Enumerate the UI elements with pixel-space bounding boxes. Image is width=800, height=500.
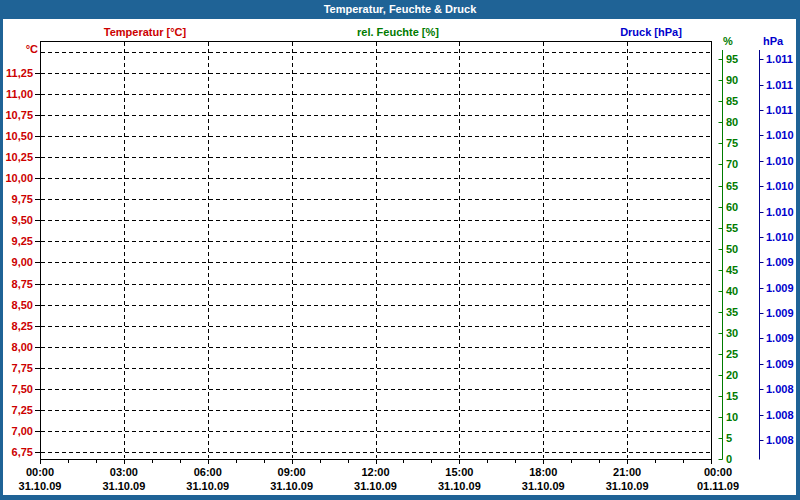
svg-text:31.10.09: 31.10.09 (354, 480, 397, 492)
svg-text:21:00: 21:00 (613, 466, 641, 478)
svg-text:06:00: 06:00 (194, 466, 222, 478)
svg-text:85: 85 (726, 95, 738, 107)
svg-text:10,00: 10,00 (5, 172, 33, 184)
svg-text:80: 80 (726, 116, 738, 128)
svg-text:60: 60 (726, 201, 738, 213)
svg-text:00:00: 00:00 (704, 466, 732, 478)
svg-text:1.011: 1.011 (766, 53, 793, 65)
pressure-axis: 1.0111.0111.0111.0101.0101.0101.0101.010… (760, 50, 794, 460)
svg-text:65: 65 (726, 180, 738, 192)
svg-text:9,00: 9,00 (12, 256, 33, 268)
svg-text:31.10.09: 31.10.09 (606, 480, 649, 492)
x-axis: 00:0031.10.0903:0031.10.0906:0031.10.090… (19, 459, 740, 492)
svg-text:95: 95 (726, 53, 738, 65)
h-gridlines (41, 53, 710, 453)
svg-text:25: 25 (726, 348, 738, 360)
svg-text:12:00: 12:00 (361, 466, 389, 478)
window-border-bottom (0, 495, 800, 500)
temperature-axis: 11,2511,0010,7510,5010,2510,009,759,509,… (5, 67, 40, 458)
svg-text:1.008: 1.008 (766, 434, 794, 446)
svg-text:9,50: 9,50 (12, 214, 33, 226)
svg-text:20: 20 (726, 369, 738, 381)
chart-canvas: 11,2511,0010,7510,5010,2510,009,759,509,… (0, 0, 800, 500)
svg-text:15:00: 15:00 (445, 466, 473, 478)
svg-text:1.009: 1.009 (766, 307, 794, 319)
svg-text:00:00: 00:00 (26, 466, 54, 478)
svg-text:09:00: 09:00 (278, 466, 306, 478)
svg-text:70: 70 (726, 158, 738, 170)
svg-text:8,50: 8,50 (12, 299, 33, 311)
svg-text:40: 40 (726, 285, 738, 297)
svg-text:31.10.09: 31.10.09 (270, 480, 313, 492)
svg-text:50: 50 (726, 243, 738, 255)
svg-text:1.009: 1.009 (766, 256, 794, 268)
window-border-left (0, 19, 3, 500)
svg-text:5: 5 (726, 432, 732, 444)
svg-text:01.11.09: 01.11.09 (697, 480, 739, 492)
svg-text:1.010: 1.010 (766, 129, 794, 141)
svg-text:30: 30 (726, 327, 738, 339)
svg-text:31.10.09: 31.10.09 (438, 480, 481, 492)
svg-text:1.010: 1.010 (766, 231, 794, 243)
svg-text:90: 90 (726, 74, 738, 86)
svg-text:7,50: 7,50 (12, 383, 33, 395)
svg-text:10,25: 10,25 (5, 151, 33, 163)
svg-text:31.10.09: 31.10.09 (186, 480, 229, 492)
svg-text:8,25: 8,25 (12, 320, 33, 332)
svg-text:10: 10 (726, 411, 738, 423)
svg-text:31.10.09: 31.10.09 (19, 480, 62, 492)
svg-text:1.009: 1.009 (766, 282, 794, 294)
svg-text:75: 75 (726, 137, 738, 149)
svg-text:1.010: 1.010 (766, 180, 794, 192)
plot-frame (41, 42, 712, 460)
svg-text:8,75: 8,75 (12, 278, 33, 290)
svg-text:1.010: 1.010 (766, 206, 794, 218)
humidity-axis: 95908580757065605550454035302520151050 (719, 50, 739, 465)
svg-text:1.010: 1.010 (766, 155, 794, 167)
svg-text:1.009: 1.009 (766, 358, 794, 370)
svg-text:7,00: 7,00 (12, 425, 33, 437)
svg-text:1.009: 1.009 (766, 332, 794, 344)
svg-text:1.008: 1.008 (766, 383, 794, 395)
svg-text:18:00: 18:00 (529, 466, 557, 478)
svg-text:7,75: 7,75 (12, 362, 33, 374)
svg-text:9,25: 9,25 (12, 235, 33, 247)
svg-text:11,25: 11,25 (6, 67, 33, 79)
svg-text:1.008: 1.008 (766, 409, 794, 421)
svg-text:03:00: 03:00 (110, 466, 138, 478)
svg-text:31.10.09: 31.10.09 (102, 480, 145, 492)
svg-text:7,25: 7,25 (12, 404, 33, 416)
svg-text:10,75: 10,75 (5, 109, 33, 121)
svg-text:11,00: 11,00 (6, 88, 33, 100)
svg-text:35: 35 (726, 306, 738, 318)
svg-text:6,75: 6,75 (12, 446, 33, 458)
chart-window: Temperatur, Feuchte & Druck Temperatur [… (0, 0, 800, 500)
svg-text:9,75: 9,75 (12, 193, 33, 205)
svg-text:1.011: 1.011 (766, 104, 793, 116)
svg-text:55: 55 (726, 222, 738, 234)
svg-text:15: 15 (726, 390, 738, 402)
v-gridlines (125, 42, 628, 458)
svg-text:45: 45 (726, 264, 738, 276)
window-border-right (796, 19, 800, 500)
svg-text:0: 0 (726, 453, 732, 465)
svg-text:1.011: 1.011 (766, 79, 793, 91)
svg-text:31.10.09: 31.10.09 (522, 480, 565, 492)
svg-text:8,00: 8,00 (12, 341, 33, 353)
svg-text:10,50: 10,50 (5, 130, 33, 142)
